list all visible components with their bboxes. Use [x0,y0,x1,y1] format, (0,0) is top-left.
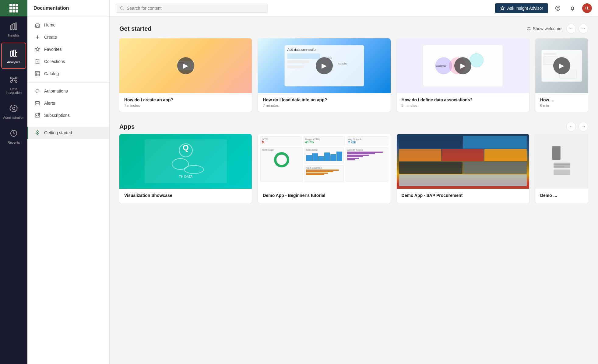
notifications-button[interactable] [568,3,577,13]
card-title-more: How … [540,97,583,102]
menu-item-favorites[interactable]: Favorites [27,43,109,55]
svg-line-33 [123,9,124,10]
play-button-2[interactable]: ▶ [316,57,333,74]
sidebar-item-recents[interactable]: Recents [0,124,27,149]
tutorial-card-more[interactable]: ▶ How … 6 min [535,38,588,112]
card-sub-more: 6 min [540,103,583,108]
getting-started-icon [34,130,40,136]
card-thumb-more: ▶ [535,38,588,93]
card-body-app-more: Demo … [535,189,588,203]
svg-point-36 [558,9,558,10]
svg-point-9 [15,77,17,79]
tutorial-card-associations[interactable]: Customer ▶ How do I define data associat… [397,38,529,112]
sidebar-item-data-integration[interactable]: Data Integration [0,70,27,99]
menu-favorites-label: Favorites [44,47,62,52]
svg-rect-68 [554,166,565,167]
svg-rect-69 [554,170,570,175]
svg-point-30 [38,113,40,115]
sidebar-item-analytics[interactable]: Analytics [1,43,26,69]
data-integration-icon [8,74,19,85]
svg-point-52 [470,54,484,67]
menu-item-collections[interactable]: Collections [27,55,109,68]
menu-item-create[interactable]: Create [27,31,109,43]
menu-collections-label: Collections [44,59,65,64]
svg-rect-5 [16,52,17,56]
tutorial-card-load-data[interactable]: Add data connection aws Apache ▶ How do … [258,38,390,112]
ask-insight-button[interactable]: Ask Insight Advisor [495,3,548,13]
menu-item-getting-started[interactable]: Getting started [27,127,109,139]
app-card-demo-beginner[interactable]: (YTD) M… Margin (YTD) 43.7% Avg Sales A … [258,134,390,203]
menu-automations-label: Automations [44,89,68,93]
app-card-viz-showcase[interactable]: Q TH DATA Visualization Showcase [119,134,252,203]
card-thumb-app-more [535,134,588,189]
menu-item-automations[interactable]: Automations [27,85,109,97]
svg-point-8 [10,77,12,79]
svg-point-31 [37,132,38,133]
menu-subscriptions-label: Subscriptions [44,113,70,118]
apps-next-button[interactable]: → [579,122,588,131]
menu-divider-2 [27,124,109,124]
automations-icon [34,88,40,94]
svg-line-13 [15,79,15,79]
app-card-more[interactable]: Demo … [535,134,588,203]
card-sub-create-app: 7 minutes [124,103,247,108]
viz-preview: Q TH DATA [133,139,239,183]
svg-point-11 [15,81,17,82]
card-thumb-viz: Q TH DATA [119,134,252,189]
svg-text:Add data connection: Add data connection [287,48,317,51]
administration-icon [8,103,19,114]
search-icon [120,6,124,11]
card-thumb-create-app: ▶ [119,38,252,93]
show-welcome-button[interactable]: Show welcome [527,26,561,31]
svg-text:Q: Q [183,143,189,152]
search-input[interactable] [127,6,264,11]
bell-icon [570,5,575,11]
svg-rect-28 [35,102,40,105]
svg-rect-3 [10,51,12,56]
apps-section-header: Apps ← → [119,122,588,131]
tutorials-prev-button[interactable]: ← [566,24,576,33]
svg-marker-21 [35,47,40,51]
search-bar[interactable] [116,4,268,13]
apps-prev-button[interactable]: ← [566,122,576,131]
card-thumb-associations: Customer ▶ [397,38,529,93]
menu-item-subscriptions[interactable]: Subscriptions [27,109,109,121]
tutorial-card-create-app[interactable]: ▶ How do I create an app? 7 minutes [119,38,252,112]
svg-rect-45 [287,60,309,64]
app-card-demo-sap[interactable]: Demo App - SAP Procurement [397,134,529,203]
icon-sidebar: Insights Analytics [0,0,27,364]
card-body-more: How … 6 min [535,93,588,112]
home-icon [34,22,40,28]
apps-section-title: Apps [119,123,135,130]
play-button-4[interactable]: ▶ [553,57,570,74]
sidebar-item-insights[interactable]: Insights [0,16,27,41]
play-button-3[interactable]: ▶ [454,57,471,74]
svg-rect-4 [13,50,16,56]
avatar-initials: TL [585,6,589,10]
help-button[interactable] [553,3,563,13]
card-title-app-more: Demo … [540,193,583,198]
app-cards-row: Q TH DATA Visualization Showcase [119,134,588,203]
play-button-1[interactable]: ▶ [177,57,194,74]
svg-rect-1 [13,24,14,30]
app-logo-area[interactable] [0,0,27,16]
secondary-sidebar-header: Documentation [27,0,109,16]
menu-item-home[interactable]: Home [27,19,109,31]
card-title-viz: Visualization Showcase [124,193,247,198]
card-body-sap: Demo App - SAP Procurement [397,189,529,203]
menu-item-catalog[interactable]: Catalog [27,68,109,80]
svg-line-12 [12,79,13,79]
topbar: Ask Insight Advisor TL [110,0,598,16]
getting-started-title: Get started [119,25,152,32]
user-avatar[interactable]: TL [582,3,592,13]
sidebar-item-administration[interactable]: Administration [0,99,27,124]
tutorials-next-button[interactable]: → [579,24,588,33]
card-body-associations: How do I define data associations? 5 min… [397,93,529,112]
menu-item-alerts[interactable]: Alerts [27,97,109,109]
card-thumb-load-data: Add data connection aws Apache ▶ [258,38,390,93]
svg-text:TH DATA: TH DATA [179,175,192,178]
recents-label: Recents [8,141,20,144]
card-sub-load-data: 7 minutes [263,103,385,108]
secondary-sidebar: Documentation Home Create [27,0,110,364]
card-thumb-demo-beginner: (YTD) M… Margin (YTD) 43.7% Avg Sales A … [258,134,390,189]
